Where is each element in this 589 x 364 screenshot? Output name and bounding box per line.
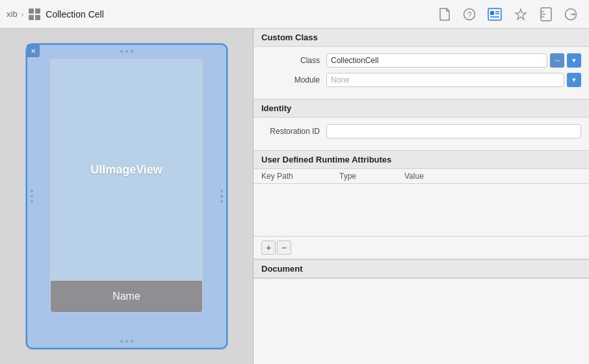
name-bar: Name [51, 281, 202, 312]
restoration-id-wrapper [326, 124, 581, 138]
right-panel: Custom Class Class Module [254, 29, 589, 364]
collection-cell-icon [27, 7, 42, 21]
svg-marker-16 [573, 13, 576, 16]
col-value: Value [404, 172, 581, 181]
dot [131, 50, 133, 53]
restoration-id-input[interactable] [326, 124, 581, 138]
canvas-area: UIImageView Name [0, 29, 254, 364]
dot [31, 190, 33, 192]
class-label: Class [261, 56, 326, 65]
identity-inspector-icon[interactable] [488, 8, 502, 21]
dot [220, 195, 223, 198]
svg-rect-7 [490, 11, 494, 15]
dots-bottom [120, 340, 133, 343]
image-view-label: UIImageView [90, 163, 163, 177]
dot [120, 50, 123, 53]
dot [220, 190, 223, 192]
help-icon[interactable]: ? [463, 8, 476, 21]
custom-class-title: Custom Class [261, 32, 318, 42]
dot [125, 340, 128, 343]
runtime-attributes-section: User Defined Runtime Attributes Key Path… [254, 151, 589, 259]
runtime-attributes-actions: + − [254, 236, 589, 259]
svg-rect-3 [35, 15, 40, 20]
breadcrumb-title: Collection Cell [46, 9, 103, 20]
size-inspector-icon[interactable] [540, 7, 553, 21]
restoration-id-row: Restoration ID [261, 124, 581, 138]
identity-section: Identity Restoration ID [254, 99, 589, 151]
close-button[interactable] [27, 44, 40, 57]
dots-right [220, 190, 223, 203]
identity-body: Restoration ID [254, 118, 589, 150]
col-key-path: Key Path [261, 172, 339, 181]
breadcrumb-chevron: › [21, 10, 24, 18]
module-dropdown-button[interactable] [567, 73, 581, 87]
runtime-attributes-table-body [254, 184, 589, 236]
runtime-attributes-table-header: Key Path Type Value [254, 169, 589, 184]
identity-title: Identity [261, 103, 291, 113]
toolbar-icons: ? [438, 7, 582, 21]
dot [120, 340, 123, 343]
remove-attribute-button[interactable]: − [277, 240, 291, 255]
breadcrumb: xib › Collection Cell [7, 7, 438, 21]
module-input-wrapper [326, 73, 581, 87]
runtime-attributes-title: User Defined Runtime Attributes [261, 155, 391, 164]
name-label: Name [112, 291, 140, 302]
dot [125, 50, 128, 53]
module-field-row: Module [261, 73, 581, 87]
dot [131, 340, 133, 343]
class-input[interactable] [326, 53, 547, 68]
class-input-wrapper [326, 53, 581, 68]
identity-header: Identity [254, 99, 589, 118]
cell-card: UIImageView Name [50, 59, 203, 313]
custom-class-section: Custom Class Class Module [254, 29, 589, 99]
connections-inspector-icon[interactable] [564, 8, 577, 21]
image-view-area: UIImageView [51, 60, 202, 281]
restoration-id-label: Restoration ID [261, 127, 326, 136]
svg-text:?: ? [467, 10, 472, 20]
add-attribute-button[interactable]: + [261, 240, 276, 255]
breadcrumb-xib: xib [7, 9, 18, 19]
top-bar: xib › Collection Cell ? [0, 0, 589, 29]
dot [31, 195, 33, 198]
svg-rect-1 [35, 8, 40, 14]
document-title: Document [261, 264, 303, 274]
custom-class-body: Class Module [254, 47, 589, 99]
module-label: Module [261, 75, 326, 84]
class-arrow-button[interactable] [550, 53, 564, 68]
document-section: Document [254, 259, 589, 279]
module-input[interactable] [326, 73, 564, 87]
dots-left [31, 190, 33, 203]
col-type: Type [339, 172, 404, 181]
custom-class-header: Custom Class [254, 29, 589, 47]
file-icon[interactable] [438, 7, 451, 21]
dot [31, 200, 33, 203]
class-dropdown-button[interactable] [567, 53, 581, 68]
document-header: Document [254, 259, 589, 278]
runtime-attributes-header: User Defined Runtime Attributes [254, 151, 589, 169]
collection-cell-canvas[interactable]: UIImageView Name [26, 44, 228, 349]
dot [220, 200, 223, 203]
svg-rect-0 [29, 8, 34, 14]
dots-top [120, 50, 133, 53]
main-area: UIImageView Name Custom Class Class [0, 29, 589, 364]
attributes-icon[interactable] [514, 8, 528, 21]
svg-rect-2 [29, 15, 34, 20]
class-field-row: Class [261, 53, 581, 68]
